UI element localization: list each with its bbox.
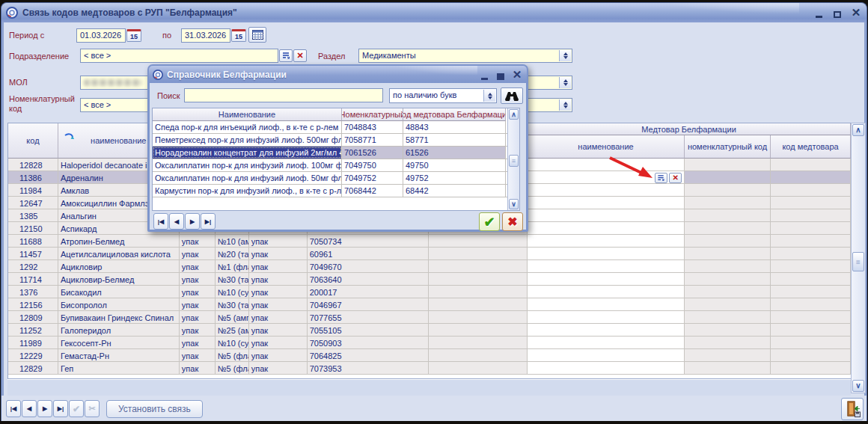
table-cell: Бисакодил xyxy=(58,286,180,298)
titlebar-decoration xyxy=(605,3,799,22)
table-row[interactable]: 12156Бисопрололупак№30 (таблупак7046967 xyxy=(8,298,851,311)
table-row[interactable]: 11457Ацетилсалициловая кислотаупак№20 (т… xyxy=(8,248,851,260)
dialog-nav: |◀ ◀ ▶ ▶| xyxy=(153,213,216,230)
dialog-table-cell: 49752 xyxy=(403,172,506,184)
close-icon[interactable]: ✕ xyxy=(850,7,862,18)
select-medgood-button[interactable] xyxy=(655,173,667,183)
nav-last-button[interactable]: ▶| xyxy=(201,213,216,230)
division-select-button[interactable] xyxy=(279,49,293,62)
table-cell xyxy=(685,248,771,259)
table-row[interactable]: 1292Ацикловирупак№1 (флакупак7049670 xyxy=(8,260,851,273)
table-row[interactable]: 11252Галоперидолупак№25 (ампуупак7055105 xyxy=(8,324,851,337)
table-cell: №20 (табл xyxy=(216,248,249,259)
dialog-titlebar-decoration xyxy=(358,66,477,83)
dialog-titlebar[interactable]: Справочник Белфармации ✕ xyxy=(149,66,527,83)
search-mode-value: по наличию букв xyxy=(393,90,456,99)
dialog-table-row[interactable]: Кармустин пор-к для инфузий лиоф., в к-т… xyxy=(153,185,519,197)
dialog-close-icon[interactable]: ✕ xyxy=(511,70,523,80)
list-select-icon xyxy=(282,52,290,60)
period-label: Период с xyxy=(9,31,44,40)
table-row[interactable]: 11714Ацикловир-Белмедупак№30 (таблупак70… xyxy=(8,273,851,286)
dialog-maximize-icon[interactable] xyxy=(495,70,507,80)
cancel-button[interactable]: ✖ xyxy=(502,212,523,231)
nav-first-button[interactable]: |◀ xyxy=(153,213,168,230)
calendar-button[interactable] xyxy=(248,27,266,43)
dialog-scrollbar[interactable]: ∧ ≡ ∨ xyxy=(507,108,519,210)
dialog-column-nomcode[interactable]: Номенклатурный xyxy=(342,108,403,121)
scroll-down-icon[interactable]: ∨ xyxy=(852,380,864,392)
table-cell: 11457 xyxy=(8,248,58,259)
table-cell xyxy=(528,260,685,272)
column-header-r-medcode[interactable]: код медтовара xyxy=(771,135,851,159)
exit-button[interactable] xyxy=(841,398,864,420)
column-header-r-nomcode[interactable]: номенклатурный код xyxy=(685,135,771,159)
column-header-r-name[interactable]: наименование xyxy=(528,135,685,159)
dialog-column-name[interactable]: Наименование xyxy=(153,108,342,121)
column-group-header[interactable]: Медтовар Белфармации xyxy=(528,123,851,135)
main-titlebar[interactable]: Связь кодов медтоваров с РУП "Белфармаци… xyxy=(1,3,867,22)
table-row[interactable]: 1376Бисакодилупак№10 (суппупак200017 xyxy=(8,286,851,298)
dialog-table-row[interactable]: Норадреналин концентрат для инфузий 2мг/… xyxy=(153,147,519,159)
nav-last-button[interactable]: ▶| xyxy=(53,400,68,417)
table-cell: Бупивакаин Гриндекс Спинал xyxy=(58,311,180,323)
dialog-table-row[interactable]: Оксалиплатин пор-к для инфузий лиоф. 50м… xyxy=(153,172,519,185)
nav-prev-button[interactable]: ◀ xyxy=(22,400,37,417)
table-cell: 11688 xyxy=(8,235,58,247)
column-header-code[interactable]: код xyxy=(8,123,58,159)
table-cell: упак xyxy=(180,260,216,272)
search-input[interactable] xyxy=(184,88,383,102)
table-row[interactable]: 11688Атропин-Белмедупак№10 (ампуупак7050… xyxy=(8,235,851,248)
date-to-input[interactable]: 31.03.2026 xyxy=(181,28,230,43)
nav-next-button[interactable]: ▶ xyxy=(185,213,200,230)
date-from-picker-icon[interactable]: 15 xyxy=(126,29,141,42)
nav-next-button[interactable]: ▶ xyxy=(37,400,52,417)
spinner-icon[interactable] xyxy=(559,50,571,61)
date-to-picker-icon[interactable]: 15 xyxy=(231,29,246,42)
dialog-minimize-icon[interactable] xyxy=(478,70,490,80)
scrollbar-thumb[interactable]: ≡ xyxy=(852,252,864,271)
date-from-input[interactable]: 01.03.2026 xyxy=(76,28,126,43)
scroll-up-icon[interactable]: ∧ xyxy=(852,124,864,136)
table-cell: №10 (ампу xyxy=(216,235,249,247)
table-cell: 7050734 xyxy=(308,235,429,247)
scroll-up-icon[interactable]: ∧ xyxy=(509,109,519,120)
confirm-edit-button: ✔ xyxy=(69,400,84,417)
nav-first-button[interactable]: |◀ xyxy=(6,400,21,417)
spinner-icon[interactable] xyxy=(559,77,571,88)
dialog-table-row[interactable]: Спеда пор-к для инъекций лиоф., в к-те с… xyxy=(153,121,519,134)
search-mode-dropdown[interactable]: по наличию букв xyxy=(389,88,497,103)
mol-label: МОЛ xyxy=(9,78,28,87)
nom-code-value: < все > xyxy=(84,100,111,109)
dialog-table-cell: 7049752 xyxy=(342,172,403,184)
clear-medgood-button[interactable]: ✕ xyxy=(669,173,682,183)
scroll-down-icon[interactable]: ∨ xyxy=(509,199,519,209)
spinner-icon[interactable] xyxy=(483,90,495,102)
table-row[interactable]: 11989Гексосепт-Рнупак№10 (суппупак705090… xyxy=(8,337,851,349)
division-clear-button[interactable]: ✕ xyxy=(293,49,307,62)
maximize-icon[interactable] xyxy=(831,7,843,18)
table-cell: 1376 xyxy=(8,286,58,298)
table-row[interactable]: 12229Гемастад-Рнупак№5 (флакупак7064825 xyxy=(8,349,851,362)
table-cell: упак xyxy=(180,349,216,361)
accept-button[interactable]: ✔ xyxy=(479,212,500,231)
dialog-column-medcode[interactable]: Код медтовара Белфармации xyxy=(403,108,506,121)
table-cell xyxy=(528,184,685,196)
find-button[interactable] xyxy=(501,87,523,104)
main-table-scrollbar[interactable]: ∧ ≡ ∨ xyxy=(851,123,866,393)
establish-link-button[interactable]: Установить связь xyxy=(106,400,203,418)
dialog-table-cell: Пеметрексед пор-к для инфузий лиоф. 500м… xyxy=(153,134,342,146)
table-row[interactable]: 12829Гепупак№5 (флакупак7073953 xyxy=(8,362,851,375)
scrollbar-thumb[interactable]: ≡ xyxy=(509,155,519,167)
table-row[interactable]: 12809Бупивакаин Гриндекс Спиналупак№5 (а… xyxy=(8,311,851,324)
nav-prev-button[interactable]: ◀ xyxy=(169,213,184,230)
dialog-table-row[interactable]: Оксалиплатин пор-к для инфузий лиоф. 100… xyxy=(153,159,519,172)
division-input[interactable]: < все > xyxy=(80,49,278,63)
table-cell: упак xyxy=(180,235,216,247)
dialog-table-cell: 58771 xyxy=(403,134,506,146)
spinner-icon[interactable] xyxy=(559,99,571,111)
dialog-table-row[interactable]: Пеметрексед пор-к для инфузий лиоф. 500м… xyxy=(153,134,519,147)
minimize-icon[interactable] xyxy=(813,7,825,18)
table-cell xyxy=(429,235,528,247)
horizontal-scroll-band[interactable] xyxy=(7,379,851,396)
section-dropdown[interactable]: Медикаменты xyxy=(358,49,572,63)
